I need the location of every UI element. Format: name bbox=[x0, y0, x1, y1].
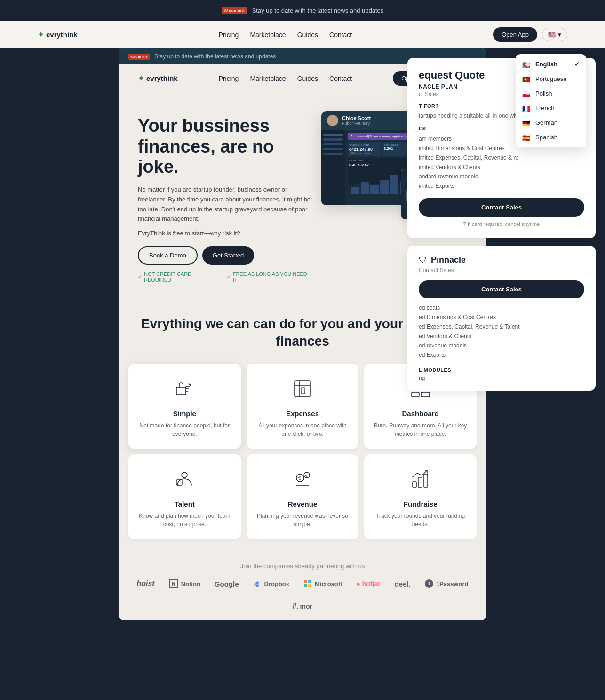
outer-nav-links: Pricing Marketplace Guides Contact bbox=[219, 31, 352, 39]
notion-label: Notion bbox=[181, 580, 200, 587]
lang-label-german: German bbox=[535, 119, 557, 126]
get-started-button[interactable]: Get Started bbox=[202, 246, 254, 265]
outer-lang-button[interactable]: 🇺🇸 ▾ bbox=[542, 28, 567, 41]
contact-sales-button-pinnacle[interactable]: Contact Sales bbox=[419, 280, 584, 298]
simple-icon bbox=[138, 377, 231, 405]
notion-icon: N bbox=[169, 579, 178, 588]
hero-note-credit: ✓ NOT CREDIT CARD REQUIRED bbox=[138, 271, 219, 282]
revenue-icon: € € bbox=[256, 467, 350, 495]
mockup-sidebar-item bbox=[323, 138, 343, 141]
feature-name-dashboard: Dashboard bbox=[374, 410, 467, 418]
flag-french: 🇫🇷 bbox=[522, 105, 531, 111]
microsoft-icon bbox=[303, 579, 312, 588]
hero-tagline: EvryThink is free to start—why risk it? bbox=[138, 230, 312, 237]
pinnacle-section-label: L MODULES bbox=[419, 367, 584, 373]
inner-banner-text: Stay up to date with the latest news and… bbox=[154, 53, 276, 60]
lang-dropdown: 🇺🇸 English ✓ 🇵🇹 Portuguese 🇵🇱 Polish 🇫🇷 … bbox=[516, 54, 586, 147]
flag-english: 🇺🇸 bbox=[522, 61, 531, 67]
feature-name-revenue: Revenue bbox=[256, 500, 350, 508]
feature-desc-dashboard: Burn, Runway and more. All your key metr… bbox=[374, 421, 467, 438]
check-icon: ✓ bbox=[574, 61, 580, 68]
feature-desc-expenses: All your expenses in one place with one … bbox=[256, 421, 350, 438]
inner-nav-guides[interactable]: Guides bbox=[297, 75, 318, 82]
mockup-sidebar-item bbox=[323, 143, 343, 145]
hero-note-credit-text: NOT CREDIT CARD REQUIRED bbox=[144, 271, 219, 282]
lang-option-polish[interactable]: 🇵🇱 Polish bbox=[516, 86, 586, 101]
logo-text: evrythink bbox=[46, 31, 78, 39]
hero-notes: ✓ NOT CREDIT CARD REQUIRED ✓ FREE AS LON… bbox=[138, 271, 312, 282]
svg-point-9 bbox=[182, 472, 187, 478]
book-demo-button[interactable]: Book a Demo bbox=[138, 246, 198, 265]
pinnacle-feature-4: ed revenue models bbox=[419, 341, 584, 350]
dropbox-icon bbox=[253, 579, 262, 588]
lang-label-portuguese: Portuguese bbox=[535, 75, 567, 82]
flag-spanish: 🇪🇸 bbox=[522, 134, 531, 140]
nav-guides[interactable]: Guides bbox=[297, 31, 318, 39]
pinnacle-feature-2: ed Expenses, Capital, Revenue & Talent bbox=[419, 322, 584, 331]
feature-name-fundraise: Fundraise bbox=[374, 500, 467, 508]
pinnacle-subtitle: Contact Sales bbox=[419, 267, 584, 274]
outer-nav-logo: ✦ evrythink bbox=[38, 30, 78, 39]
summit-badge-top: w summit bbox=[222, 7, 247, 14]
quote-feature-2: imited Expenses, Capital, Revenue & nt bbox=[419, 153, 584, 162]
mockup-sidebar-item bbox=[323, 148, 343, 150]
pinnacle-feature-0: ed seats bbox=[419, 303, 584, 313]
expenses-icon bbox=[256, 377, 350, 405]
hero-buttons: Book a Demo Get Started bbox=[138, 246, 312, 265]
lang-option-english[interactable]: 🇺🇸 English ✓ bbox=[516, 57, 586, 72]
partner-mor: //. mor bbox=[293, 603, 312, 610]
partners-logos: hoist N Notion Google Dropbox bbox=[128, 579, 477, 620]
outer-nav: ✦ evrythink Pricing Marketplace Guides C… bbox=[0, 21, 605, 48]
feature-desc-talent: Know and plan how much your team cost, n… bbox=[138, 512, 231, 529]
feature-card-simple: Simple Not made for finance people, but … bbox=[128, 364, 241, 449]
lang-label-spanish: Spanish bbox=[535, 134, 557, 141]
lang-option-french[interactable]: 🇫🇷 French bbox=[516, 101, 586, 115]
inner-nav-contact[interactable]: Contact bbox=[329, 75, 352, 82]
svg-rect-1 bbox=[295, 381, 310, 397]
payment-note-label: T bbox=[463, 221, 467, 227]
inner-nav-logo: ✦ evrythink bbox=[138, 74, 178, 83]
inner-nav-marketplace[interactable]: Marketplace bbox=[250, 75, 286, 82]
avatar bbox=[327, 115, 338, 126]
lang-label-french: French bbox=[535, 105, 554, 112]
quote-feature-4: andard revenue models bbox=[419, 172, 584, 181]
mockup-sidebar bbox=[321, 130, 345, 205]
hero-description: No matter if you are startup founder, bu… bbox=[138, 185, 312, 224]
mockup-user-role: Fubor Foundry bbox=[342, 121, 371, 126]
chart-bar-5 bbox=[390, 175, 398, 194]
mockup-sidebar-item bbox=[323, 153, 343, 155]
chevron-down-icon: ▾ bbox=[558, 31, 561, 38]
pinnacle-feature-1: ed Dimensions & Cost Centres bbox=[419, 313, 584, 322]
lang-flag: 🇺🇸 bbox=[548, 31, 556, 38]
chart-bar-4 bbox=[380, 180, 389, 194]
contact-sales-button-quote[interactable]: Contact Sales bbox=[419, 198, 584, 217]
hero-note-free: ✓ FREE AS LONG AS YOU NEED IT bbox=[227, 271, 312, 282]
mockup-change: +23% over month bbox=[349, 152, 380, 154]
inner-nav-pricing[interactable]: Pricing bbox=[219, 75, 239, 82]
nav-pricing[interactable]: Pricing bbox=[219, 31, 239, 39]
pinnacle-feature-5: ed Exports bbox=[419, 350, 584, 360]
partner-hoist: hoist bbox=[136, 579, 154, 588]
pinnacle-card: 🛡 Pinnacle Contact Sales Contact Sales e… bbox=[407, 246, 596, 391]
feature-card-talent: Talent Know and plan how much your team … bbox=[128, 454, 241, 539]
quote-feature-5: imited Exports bbox=[419, 181, 584, 191]
outer-open-app-button[interactable]: Open App bbox=[493, 27, 537, 42]
hero-note-free-text: FREE AS LONG AS YOU NEED IT bbox=[233, 271, 312, 282]
flag-portuguese: 🇵🇹 bbox=[522, 76, 531, 82]
deel-label: deel. bbox=[395, 580, 411, 588]
nav-contact[interactable]: Contact bbox=[329, 31, 352, 39]
inner-logo-text: evrythink bbox=[146, 74, 178, 82]
svg-rect-16 bbox=[418, 478, 422, 487]
nav-marketplace[interactable]: Marketplace bbox=[250, 31, 286, 39]
partner-deel: deel. bbox=[395, 580, 411, 588]
feature-desc-revenue: Planning your revenue was never so simpl… bbox=[256, 512, 350, 529]
lang-option-spanish[interactable]: 🇪🇸 Spanish bbox=[516, 130, 586, 145]
check-circle-icon-2: ✓ bbox=[227, 274, 231, 280]
lang-option-portuguese[interactable]: 🇵🇹 Portuguese bbox=[516, 72, 586, 86]
partner-google: Google bbox=[215, 580, 239, 588]
outer-nav-actions: Open App 🇺🇸 ▾ 🇺🇸 English ✓ 🇵🇹 Portuguese… bbox=[493, 27, 567, 42]
lang-option-german[interactable]: 🇩🇪 German bbox=[516, 115, 586, 130]
check-circle-icon-1: ✓ bbox=[138, 274, 142, 280]
pinnacle-features-list: ed seats ed Dimensions & Cost Centres ed… bbox=[419, 303, 584, 360]
feature-name-expenses: Expenses bbox=[256, 410, 350, 418]
